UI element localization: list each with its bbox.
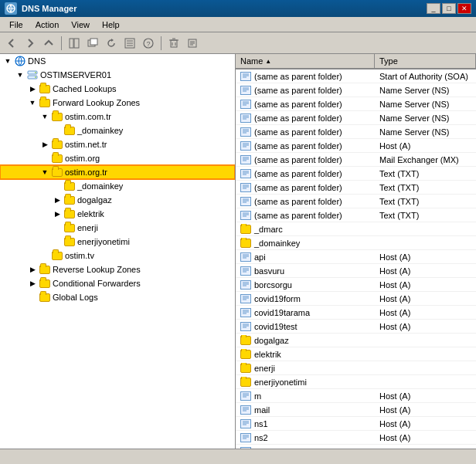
list-item[interactable]: borcsorguHost (A)	[236, 278, 476, 292]
expander-domainkey-orgtr	[51, 180, 63, 192]
export-list-button[interactable]	[121, 35, 138, 52]
list-item[interactable]: apiHost (A)	[236, 250, 476, 264]
up-button[interactable]	[40, 35, 57, 52]
list-item[interactable]: (same as parent folder)Host (A)	[236, 139, 476, 153]
expander-dns[interactable]: ▼	[2, 55, 14, 67]
list-item[interactable]: enerji	[236, 361, 476, 375]
tree-node-ostim-org-tr[interactable]: ▼ ostim.org.tr	[0, 165, 235, 179]
forward-button[interactable]	[22, 35, 39, 52]
list-item[interactable]: mHost (A)	[236, 389, 476, 403]
list-item[interactable]: _domainkey	[236, 236, 476, 250]
list-cell-name: enerji	[236, 363, 375, 374]
tree-node-elektrik[interactable]: ▶ elektrik	[0, 207, 235, 221]
tree-node-domainkey-com[interactable]: _domainkey	[0, 124, 235, 137]
list-cell-name-text: _dmarc	[254, 225, 283, 234]
expander-server[interactable]: ▼	[14, 69, 26, 81]
expander-enerjiyonetimi	[51, 235, 63, 248]
minimize-button[interactable]: _	[427, 3, 440, 14]
menu-help[interactable]: Help	[96, 19, 126, 31]
tree-node-enerjiyonetimi[interactable]: enerjiyonetimi	[0, 235, 235, 249]
maximize-button[interactable]: □	[442, 3, 456, 14]
help-button[interactable]: ?	[140, 35, 157, 52]
expander-elektrik[interactable]: ▶	[51, 208, 63, 220]
tree-node-globallogs[interactable]: Global Logs	[0, 290, 235, 304]
list-item[interactable]: (same as parent folder)Name Server (NS)	[236, 97, 476, 111]
list-item[interactable]: onlineHost (A)	[236, 445, 476, 449]
tree-node-server[interactable]: ▼ OSTIMSERVER01	[0, 68, 235, 82]
list-cell-name: (same as parent folder)	[236, 127, 375, 137]
expander-ostim-com[interactable]: ▼	[39, 110, 51, 123]
list-cell-name-text: basvuru	[254, 266, 284, 276]
refresh-button[interactable]	[103, 35, 120, 52]
expander-conditional[interactable]: ▶	[26, 277, 39, 290]
header-type[interactable]: Type	[375, 54, 476, 68]
menu-view[interactable]: View	[65, 19, 96, 31]
tree-node-dogalgaz[interactable]: ▶ dogalgaz	[0, 193, 235, 207]
tree-label-dns: DNS	[28, 56, 46, 66]
window-controls[interactable]: _ □ ✕	[427, 3, 471, 14]
expander-forward[interactable]: ▼	[26, 97, 39, 109]
tree-node-dns[interactable]: ▼ DNS	[0, 54, 235, 68]
new-window-button[interactable]	[84, 35, 101, 52]
tree-node-enerji[interactable]: enerji	[0, 221, 235, 235]
header-name[interactable]: Name ▲	[236, 54, 375, 68]
list-item[interactable]: covid19taramaHost (A)	[236, 306, 476, 320]
list-panel[interactable]: Name ▲ Type (same as parent folder)Start…	[236, 54, 476, 449]
list-item[interactable]: covid19formHost (A)	[236, 292, 476, 306]
close-button[interactable]: ✕	[457, 3, 471, 14]
show-console-button[interactable]	[66, 35, 83, 52]
list-item[interactable]: ns1Host (A)	[236, 417, 476, 431]
list-item[interactable]: (same as parent folder)Name Server (NS)	[236, 83, 476, 97]
list-item[interactable]: (same as parent folder)Mail Exchanger (M…	[236, 153, 476, 167]
delete-button[interactable]	[165, 35, 182, 52]
list-item[interactable]: (same as parent folder)Name Server (NS)	[236, 111, 476, 125]
expander-ostim-net[interactable]: ▶	[39, 138, 51, 151]
list-item[interactable]: (same as parent folder)Text (TXT)	[236, 208, 476, 222]
expander-ostim-org-tr[interactable]: ▼	[39, 166, 51, 178]
tree-panel[interactable]: ▼ DNS ▼ OSTIMS	[0, 54, 236, 449]
tree-node-reverse[interactable]: ▶ Reverse Lookup Zones	[0, 262, 235, 276]
list-cell-type	[375, 381, 476, 383]
record-icon	[240, 280, 251, 290]
expander-dogalgaz[interactable]: ▶	[51, 194, 63, 206]
menu-action[interactable]: Action	[29, 19, 66, 31]
tree-label-reverse: Reverse Lookup Zones	[53, 265, 141, 274]
expander-reverse[interactable]: ▶	[26, 263, 39, 276]
back-button[interactable]	[3, 35, 20, 52]
list-cell-name: _domainkey	[236, 238, 375, 249]
list-cell-name: (same as parent folder)	[236, 99, 375, 110]
tree-node-ostim-tv[interactable]: ostim.tv	[0, 249, 235, 262]
list-item[interactable]: basvuruHost (A)	[236, 264, 476, 278]
expander-cached[interactable]: ▶	[26, 83, 39, 95]
list-item[interactable]: _dmarc	[236, 222, 476, 236]
list-cell-name-text: (same as parent folder)	[254, 183, 342, 192]
svg-marker-6	[111, 39, 114, 42]
properties-button[interactable]	[184, 35, 201, 52]
list-item[interactable]: mailHost (A)	[236, 403, 476, 417]
menu-file[interactable]: File	[3, 19, 29, 31]
list-item[interactable]: ns2Host (A)	[236, 431, 476, 445]
tree-node-ostim-org[interactable]: ostim.org	[0, 151, 235, 165]
list-item[interactable]: dogalgaz	[236, 334, 476, 347]
tree-node-ostim-com[interactable]: ▼ ostim.com.tr	[0, 110, 235, 124]
list-cell-name-text: (same as parent folder)	[254, 127, 342, 137]
tree-node-domainkey-orgtr[interactable]: _domainkey	[0, 179, 235, 193]
list-item[interactable]: covid19testHost (A)	[236, 320, 476, 334]
record-icon	[240, 127, 251, 137]
list-item[interactable]: elektrik	[236, 347, 476, 361]
list-cell-type: Host (A)	[375, 266, 476, 276]
list-item[interactable]: (same as parent folder)Text (TXT)	[236, 181, 476, 195]
tree-node-forward[interactable]: ▼ Forward Lookup Zones	[0, 96, 235, 110]
list-item[interactable]: (same as parent folder)Text (TXT)	[236, 195, 476, 208]
tree-node-conditional[interactable]: ▶ Conditional Forwarders	[0, 276, 235, 290]
list-cell-name: enerjiyonetimi	[236, 377, 375, 388]
list-item[interactable]: (same as parent folder)Text (TXT)	[236, 167, 476, 181]
toolbar-separator-2	[161, 36, 162, 50]
tree-node-ostim-net[interactable]: ▶ ostim.net.tr	[0, 137, 235, 151]
tree-node-cached[interactable]: ▶ Cached Lookups	[0, 82, 235, 96]
list-cell-name-text: mail	[254, 405, 270, 415]
list-item[interactable]: enerjiyonetimi	[236, 375, 476, 389]
list-item[interactable]: (same as parent folder)Name Server (NS)	[236, 125, 476, 139]
list-cell-name: basvuru	[236, 266, 375, 276]
list-item[interactable]: (same as parent folder)Start of Authorit…	[236, 69, 476, 83]
